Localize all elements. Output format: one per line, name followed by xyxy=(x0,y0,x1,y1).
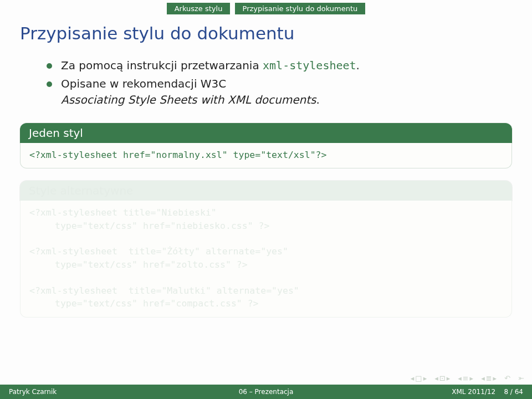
citation-title: Associating Style Sheets with XML docume… xyxy=(61,93,316,106)
nav-search[interactable]: ⤜ xyxy=(518,374,524,382)
nav-back[interactable]: ↶ xyxy=(504,374,510,382)
breadcrumb-sub: Przypisanie stylu do dokumentu xyxy=(235,3,366,14)
code-block-style-alternatywne: Style alternatywne <?xml-stylesheet titl… xyxy=(20,181,512,317)
footer-author: Patryk Czarnik xyxy=(0,388,180,396)
footer: Patryk Czarnik 06 – Prezentacja XML 2011… xyxy=(0,385,532,399)
block-title: Style alternatywne xyxy=(20,181,512,201)
nav-next[interactable]: ◂≣▸ xyxy=(481,374,497,382)
breadcrumb-section: Arkusze stylu xyxy=(167,3,231,14)
nav-controls: ◂□▸ ◂⊡▸ ◂≡▸ ◂≣▸ ↶ ⤜ xyxy=(411,374,524,382)
list-item: Za pomocą instrukcji przetwarzania xml-s… xyxy=(47,58,512,74)
block-title: Jeden styl xyxy=(20,123,512,143)
footer-page: XML 2011/12 8 / 64 xyxy=(352,388,532,396)
code-snippet: <?xml-stylesheet title="Niebieski" type=… xyxy=(29,206,503,310)
inline-code: xml-stylesheet xyxy=(263,59,356,72)
nav-first[interactable]: ◂□▸ xyxy=(411,374,427,382)
list-item: Opisane w rekomendacji W3C Associating S… xyxy=(47,76,512,109)
block-body: <?xml-stylesheet title="Niebieski" type=… xyxy=(20,201,512,317)
code-line: <?xml-stylesheet href="normalny.xsl" typ… xyxy=(29,149,503,161)
nav-prev-section[interactable]: ◂⊡▸ xyxy=(434,374,450,382)
block-body: <?xml-stylesheet href="normalny.xsl" typ… xyxy=(20,143,512,168)
bullet-list: Za pomocą instrukcji przetwarzania xml-s… xyxy=(47,58,512,109)
footer-title: 06 – Prezentacja xyxy=(180,388,351,396)
slide-content: Przypisanie stylu do dokumentu Za pomocą… xyxy=(20,23,512,330)
code-block-jeden-styl: Jeden styl <?xml-stylesheet href="normal… xyxy=(20,123,512,168)
breadcrumb: Arkusze stylu Przypisanie stylu do dokum… xyxy=(0,4,532,13)
page-title: Przypisanie stylu do dokumentu xyxy=(20,23,512,43)
nav-prev[interactable]: ◂≡▸ xyxy=(458,374,473,382)
